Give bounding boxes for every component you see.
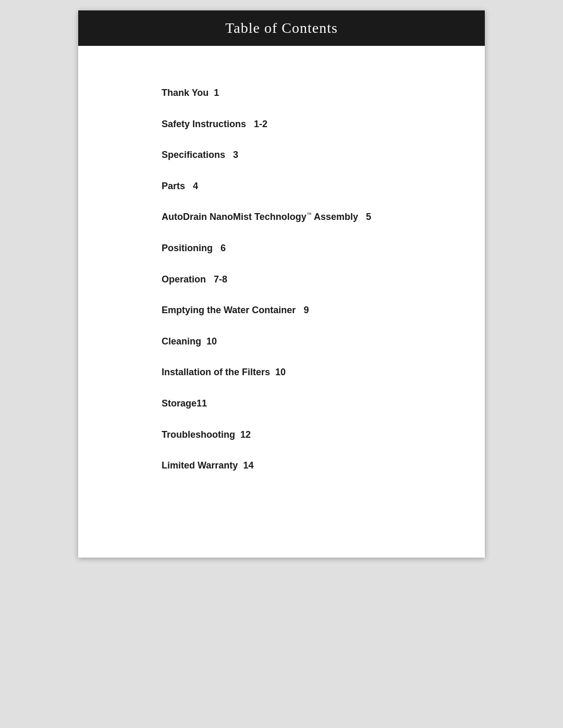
list-item: Positioning 6	[162, 243, 401, 254]
toc-content: Thank You 1 Safety Instructions 1-2 Spec…	[78, 46, 485, 533]
toc-entry-label: Thank You 1	[162, 88, 219, 98]
toc-entry-label: Operation 7-8	[162, 274, 227, 285]
page-title: Table of Contents	[225, 20, 338, 36]
toc-entry-label: Positioning 6	[162, 243, 226, 253]
header-bar: Table of Contents	[78, 10, 485, 46]
list-item: Parts 4	[162, 181, 401, 192]
toc-entry-label: Cleaning 10	[162, 336, 217, 347]
list-item: Specifications 3	[162, 150, 401, 161]
list-item: Troubleshooting 12	[162, 429, 401, 441]
toc-entry-label: Specifications 3	[162, 150, 238, 160]
toc-entry-label: Emptying the Water Container 9	[162, 305, 309, 315]
list-item: Storage11	[162, 398, 401, 410]
toc-entry-label: Limited Warranty 14	[162, 460, 253, 471]
list-item: Cleaning 10	[162, 336, 401, 348]
list-item: Safety Instructions 1-2	[162, 119, 401, 130]
page: Table of Contents Thank You 1 Safety Ins…	[78, 10, 485, 558]
list-item: Thank You 1	[162, 88, 401, 99]
list-item: Limited Warranty 14	[162, 460, 401, 472]
toc-entry-label: Parts 4	[162, 181, 198, 191]
toc-entry-label: Installation of the Filters 10	[162, 367, 286, 377]
list-item: AutoDrain NanoMist Technology™ Assembly …	[162, 212, 401, 223]
toc-entry-label: Storage11	[162, 398, 207, 409]
toc-entry-label: AutoDrain NanoMist Technology™ Assembly …	[162, 212, 371, 222]
list-item: Installation of the Filters 10	[162, 367, 401, 378]
toc-entry-label: Troubleshooting 12	[162, 429, 251, 440]
list-item: Operation 7-8	[162, 274, 401, 286]
toc-entry-label: Safety Instructions 1-2	[162, 119, 267, 129]
list-item: Emptying the Water Container 9	[162, 305, 401, 316]
